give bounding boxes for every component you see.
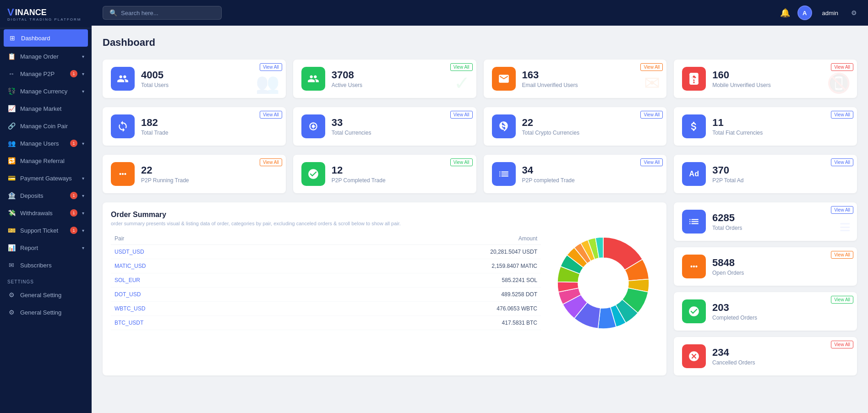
p2p-completed2-view-all[interactable]: View All bbox=[640, 158, 663, 166]
email-unverified-icon bbox=[492, 67, 516, 91]
completed-orders-view-all[interactable]: View All bbox=[831, 296, 853, 304]
email-view-all[interactable]: View All bbox=[640, 63, 663, 71]
fourth-stat-label: Cancelled Orders bbox=[712, 359, 755, 366]
sidebar-item-dashboard[interactable]: ⊞ Dashboard bbox=[4, 29, 88, 47]
sidebar-item-manage-coin-pair[interactable]: 🔗 Manage Coin Pair bbox=[0, 117, 92, 135]
dashboard-icon: ⊞ bbox=[8, 34, 16, 42]
total-orders-icon bbox=[682, 210, 706, 234]
sidebar-item-deposits[interactable]: 🏦 Deposits 1 ▾ bbox=[0, 187, 92, 204]
sidebar-item-general-setting2[interactable]: ⚙ General Setting bbox=[0, 304, 92, 321]
order-summary-panel: Order Summary order summary presents vis… bbox=[103, 202, 666, 375]
total-crypto-view-all[interactable]: View All bbox=[640, 111, 663, 119]
p2p-total-ad-view-all[interactable]: View All bbox=[831, 158, 853, 166]
table-row: WBTC_USD476.0653 WBTC bbox=[111, 302, 541, 316]
sidebar-item-manage-market[interactable]: 📈 Manage Market bbox=[0, 100, 92, 117]
sidebar-item-report[interactable]: 📊 Report ▾ bbox=[0, 239, 92, 256]
mobile-unverified-label: Mobile Unverified Users bbox=[712, 82, 770, 88]
total-orders-bg: ≡ bbox=[839, 216, 851, 238]
pair-cell: BTC_USDT bbox=[111, 316, 289, 330]
sidebar-item-manage-currency[interactable]: 💱 Manage Currency ▾ bbox=[0, 82, 92, 100]
deposits-icon: 🏦 bbox=[7, 192, 16, 199]
sidebar-item-subscribers[interactable]: ✉ Subscribers bbox=[0, 256, 92, 274]
sidebar-item-manage-p2p[interactable]: ↔ Manage P2P 1 ▾ bbox=[0, 65, 92, 82]
active-users-label: Active Users bbox=[332, 82, 362, 88]
coin-pair-icon: 🔗 bbox=[7, 122, 16, 130]
p2p-running-label: P2P Running Trade bbox=[141, 177, 189, 184]
total-crypto-icon bbox=[492, 114, 516, 138]
settings-icon[interactable]: ⚙ bbox=[851, 9, 857, 16]
total-users-number: 4005 bbox=[141, 69, 169, 81]
notification-icon[interactable]: 🔔 bbox=[780, 8, 790, 18]
total-fiat-icon bbox=[682, 114, 706, 138]
active-users-icon bbox=[301, 67, 325, 91]
p2p-total-ad-label: P2P Total Ad bbox=[712, 177, 743, 184]
total-currencies-number: 33 bbox=[332, 117, 371, 129]
stat-card-total-currencies: 33 Total Currencies View All bbox=[293, 107, 476, 146]
total-orders-number: 6285 bbox=[712, 212, 742, 224]
sidebar-item-manage-referral[interactable]: 🔁 Manage Referral bbox=[0, 152, 92, 169]
sidebar-item-support-ticket[interactable]: 🎫 Support Ticket 1 ▾ bbox=[0, 222, 92, 239]
search-input[interactable] bbox=[121, 10, 215, 16]
sidebar-label-market: Manage Market bbox=[20, 105, 84, 112]
sidebar-item-withdrawals[interactable]: 💸 Withdrawals 1 ▾ bbox=[0, 204, 92, 222]
sidebar-item-general-setting[interactable]: ⚙ General Setting bbox=[0, 286, 92, 304]
search-box[interactable]: 🔍 bbox=[103, 6, 222, 20]
total-trade-view-all[interactable]: View All bbox=[260, 111, 282, 119]
svg-point-2 bbox=[119, 173, 121, 175]
total-trade-label: Total Trade bbox=[141, 130, 168, 136]
arrow-icon-payment: ▾ bbox=[82, 176, 84, 181]
completed-orders-icon bbox=[682, 299, 706, 323]
active-users-view-all[interactable]: View All bbox=[450, 63, 473, 71]
p2p-running-icon bbox=[111, 162, 135, 186]
p2p-total-ad-info: 370 P2P Total Ad bbox=[712, 164, 743, 184]
fourth-stat-view-all[interactable]: View All bbox=[831, 341, 853, 348]
total-orders-label: Total Orders bbox=[712, 225, 742, 231]
sidebar-item-manage-users[interactable]: 👥 Manage Users 1 ▾ bbox=[0, 135, 92, 152]
mobile-view-all[interactable]: View All bbox=[831, 63, 853, 71]
total-trade-icon bbox=[111, 114, 135, 138]
stat-card-p2p-completed: 12 P2P Completed Trade View All bbox=[293, 155, 476, 193]
general-setting2-icon: ⚙ bbox=[7, 309, 16, 316]
sidebar-item-payment-gateways[interactable]: 💳 Payment Gateways ▾ bbox=[0, 169, 92, 187]
amount-cell: 489.5258 DOT bbox=[289, 288, 541, 302]
total-currencies-info: 33 Total Currencies bbox=[332, 117, 371, 136]
stat-card-total-users: 4005 Total Users View All 👥 bbox=[103, 60, 286, 98]
svg-point-3 bbox=[122, 173, 124, 175]
sidebar-label-users: Manage Users bbox=[20, 140, 66, 147]
open-orders-view-all[interactable]: View All bbox=[831, 251, 853, 259]
p2p-icon: ↔ bbox=[7, 70, 16, 77]
sidebar-item-manage-order[interactable]: 📋 Manage Order ▾ bbox=[0, 48, 92, 65]
p2p-completed-view-all[interactable]: View All bbox=[450, 158, 473, 166]
sidebar-label-deposits: Deposits bbox=[20, 192, 66, 199]
p2p-running-number: 22 bbox=[141, 164, 189, 176]
sidebar-label-dashboard: Dashboard bbox=[21, 35, 83, 42]
amount-cell: 2,159.8407 MATIC bbox=[289, 259, 541, 273]
payment-icon: 💳 bbox=[7, 174, 16, 182]
total-users-info: 4005 Total Users bbox=[141, 69, 169, 88]
stats-grid-row1: 4005 Total Users View All 👥 3708 Active … bbox=[103, 60, 857, 98]
order-table-container[interactable]: Pair Amount USDT_USD20,281.5047 USDTMATI… bbox=[111, 233, 541, 330]
amount-cell: 417.5831 BTC bbox=[289, 316, 541, 330]
total-currencies-view-all[interactable]: View All bbox=[450, 111, 473, 119]
order-summary-desc: order summary presents visual & listing … bbox=[111, 221, 658, 226]
active-users-number: 3708 bbox=[332, 69, 362, 81]
p2p-running-view-all[interactable]: View All bbox=[260, 158, 282, 166]
p2p-completed2-icon bbox=[492, 162, 516, 186]
active-users-bg: ✓ bbox=[454, 72, 470, 94]
bottom-section: Order Summary order summary presents vis… bbox=[103, 202, 857, 375]
total-orders-view-all[interactable]: View All bbox=[831, 206, 853, 214]
total-users-view-all[interactable]: View All bbox=[260, 63, 282, 71]
page-title: Dashboard bbox=[103, 37, 857, 49]
sidebar-label-referral: Manage Referral bbox=[20, 158, 84, 164]
total-fiat-view-all[interactable]: View All bbox=[831, 111, 853, 119]
general-setting-icon: ⚙ bbox=[7, 291, 16, 299]
table-row: SOL_EUR585.2241 SOL bbox=[111, 273, 541, 288]
fourth-stat-number: 234 bbox=[712, 347, 755, 359]
sidebar-label-ticket: Support Ticket bbox=[20, 227, 66, 234]
sidebar-label-manage-p2p: Manage P2P bbox=[20, 71, 66, 77]
arrow-icon-currency: ▾ bbox=[82, 89, 84, 94]
currency-icon: 💱 bbox=[7, 87, 16, 95]
active-users-info: 3708 Active Users bbox=[332, 69, 362, 88]
total-currencies-icon bbox=[301, 114, 325, 138]
total-crypto-number: 22 bbox=[522, 117, 579, 129]
